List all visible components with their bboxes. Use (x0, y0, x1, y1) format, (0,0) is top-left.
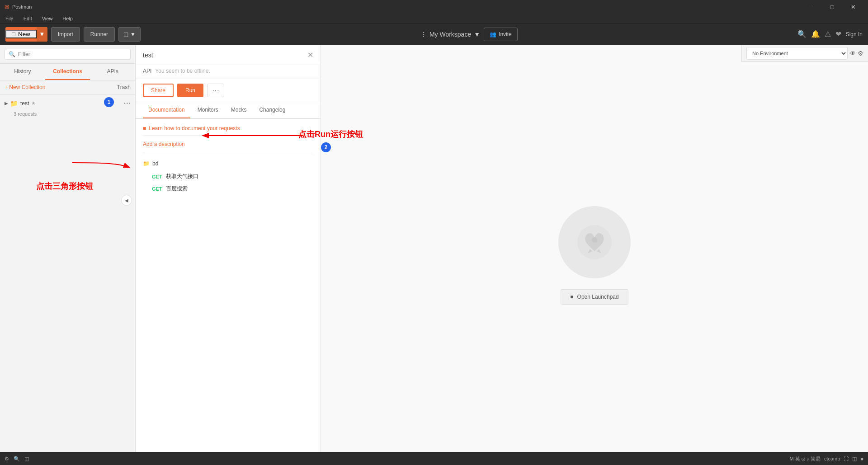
collection-toggle[interactable]: ▶ (5, 101, 8, 106)
invite-label: Invite (499, 31, 512, 38)
doc-link[interactable]: ■ Learn how to document your requests (143, 125, 313, 132)
trash-button[interactable]: Trash (117, 84, 131, 90)
svg-point-1 (592, 237, 597, 243)
folder-row: 📁 bd (143, 157, 313, 170)
invite-button[interactable]: 👥 Invite (484, 28, 518, 41)
tab-changelog[interactable]: Changelog (254, 102, 291, 118)
offline-text: You seem to be offline. (155, 68, 313, 74)
new-button-group: □ New ▼ (5, 27, 47, 42)
step-badge-1: 1 (104, 97, 114, 107)
layout-button[interactable]: ◫ ▼ (118, 27, 141, 42)
panel-title: test (143, 52, 153, 59)
panel-close-button[interactable]: ✕ (307, 51, 313, 59)
filter-input[interactable] (18, 51, 127, 57)
ime-indicator: M 英 ω ♪ 简易 (789, 456, 820, 462)
new-collection-button[interactable]: + New Collection (5, 84, 45, 90)
top-toolbar: □ New ▼ Import Runner ◫ ▼ ⋮ My Workspace… (0, 23, 868, 45)
bottom-icon-1[interactable]: ⚙ (5, 456, 9, 462)
maximize-button[interactable]: □ (822, 0, 843, 14)
folder-name: bd (152, 160, 158, 167)
launchpad-icon (558, 206, 631, 278)
collapse-button[interactable]: ◀ (121, 195, 132, 206)
workspace-grid-icon: ⋮ (420, 31, 427, 38)
sidebar: 🔍 History Collections APIs + New Collect… (0, 45, 136, 465)
menu-bar: File Edit View Help (0, 14, 868, 23)
more-options-button[interactable]: ⋯ (207, 84, 224, 97)
menu-view[interactable]: View (40, 15, 55, 22)
close-button[interactable]: ✕ (843, 0, 863, 14)
notification-icon[interactable]: 🔔 (811, 30, 820, 38)
collection-folder-icon: 📁 (10, 100, 18, 107)
alert-icon[interactable]: ⚠ (825, 30, 831, 38)
bottom-bar: ⚙ 🔍 ◫ M 英 ω ♪ 简易 ctcamp ⛶ ◫ ■ (0, 452, 868, 465)
rocket-svg (576, 224, 613, 260)
sign-in-button[interactable]: Sign In (846, 31, 863, 38)
collection-name: test (20, 100, 29, 107)
collection-more-icon[interactable]: ⋯ (123, 99, 131, 108)
run-button[interactable]: Run (177, 84, 203, 97)
menu-help[interactable]: Help (61, 15, 75, 22)
panel-api-row: API You seem to be offline. (136, 65, 321, 79)
invite-icon: 👥 (490, 31, 496, 38)
tab-apis[interactable]: APIs (90, 64, 135, 80)
bottom-expand-icon[interactable]: ⛶ (844, 456, 849, 461)
separator-2 (143, 153, 313, 153)
layout-icon: ◫ (123, 31, 128, 38)
env-bar: No Environment 👁 ⚙ (741, 45, 868, 62)
collection-panel: test ✕ API You seem to be offline. Share… (136, 45, 321, 465)
import-button[interactable]: Import (51, 27, 80, 42)
tab-mocks[interactable]: Mocks (226, 102, 252, 118)
tab-history[interactable]: History (0, 64, 45, 80)
minimize-button[interactable]: − (801, 0, 822, 14)
menu-file[interactable]: File (4, 15, 15, 22)
bottom-icon-2[interactable]: 🔍 (14, 456, 20, 462)
panel-tabs: Documentation Monitors Mocks Changelog (136, 102, 321, 119)
method-get-2: GET (152, 186, 162, 192)
panel-content: ■ Learn how to document your requests Ad… (136, 119, 321, 465)
bottom-layout-icon[interactable]: ◫ (852, 456, 857, 462)
environment-select[interactable]: No Environment (746, 47, 848, 60)
request-row-1[interactable]: GET 获取天气接口 (143, 170, 313, 183)
doc-link-icon: ■ (143, 125, 146, 132)
add-description[interactable]: Add a description (143, 141, 313, 147)
tab-collections[interactable]: Collections (45, 64, 90, 80)
bottom-extra-icon[interactable]: ■ (860, 456, 863, 461)
collection-item-test[interactable]: ▶ 📁 test ★ ⋯ (0, 96, 135, 110)
launchpad-btn-icon: ■ (570, 294, 573, 300)
heart-icon[interactable]: ❤ (835, 30, 841, 38)
bottom-left: ⚙ 🔍 ◫ (5, 456, 29, 462)
new-dropdown-button[interactable]: ▼ (37, 27, 47, 42)
toolbar-right: 🔍 🔔 ⚠ ❤ Sign In (797, 30, 863, 38)
sidebar-actions: + New Collection Trash (0, 80, 135, 94)
bottom-right: M 英 ω ♪ 简易 ctcamp ⛶ ◫ ■ (789, 456, 863, 462)
tab-documentation[interactable]: Documentation (143, 102, 190, 118)
env-settings-button[interactable]: ⚙ (858, 50, 863, 57)
tab-monitors[interactable]: Monitors (192, 102, 224, 118)
share-button[interactable]: Share (143, 84, 174, 97)
runner-button[interactable]: Runner (84, 27, 115, 42)
separator-1 (143, 135, 313, 136)
request-name-1: 获取天气接口 (166, 173, 198, 180)
postman-logo: ✉ (5, 4, 9, 10)
launchpad-area: ■ Open Launchpad (558, 206, 631, 305)
open-launchpad-button[interactable]: ■ Open Launchpad (561, 289, 628, 305)
request-row-2[interactable]: GET 百度搜索 (143, 183, 313, 195)
search-input-wrap: 🔍 (5, 49, 131, 60)
request-name-2: 百度搜索 (166, 185, 188, 193)
api-label: API (143, 68, 151, 74)
step-badge-2: 2 (321, 142, 331, 152)
folder-icon: 📁 (143, 160, 150, 167)
main-layout: 🔍 History Collections APIs + New Collect… (0, 45, 868, 465)
main-workspace: ■ Open Launchpad (321, 45, 868, 465)
title-bar: ✉ Postman − □ ✕ (0, 0, 868, 14)
new-main-button[interactable]: □ New (5, 30, 37, 38)
search-toolbar-icon[interactable]: 🔍 (797, 30, 807, 38)
collection-star-icon[interactable]: ★ (31, 100, 36, 106)
workspace-button[interactable]: ⋮ My Workspace ▼ (420, 31, 480, 38)
method-get-1: GET (152, 174, 162, 179)
bottom-icon-3[interactable]: ◫ (24, 456, 29, 462)
menu-edit[interactable]: Edit (22, 15, 34, 22)
env-eye-button[interactable]: 👁 (849, 50, 856, 57)
toolbar-center: ⋮ My Workspace ▼ 👥 Invite (144, 28, 794, 41)
plus-icon: □ (12, 31, 15, 38)
